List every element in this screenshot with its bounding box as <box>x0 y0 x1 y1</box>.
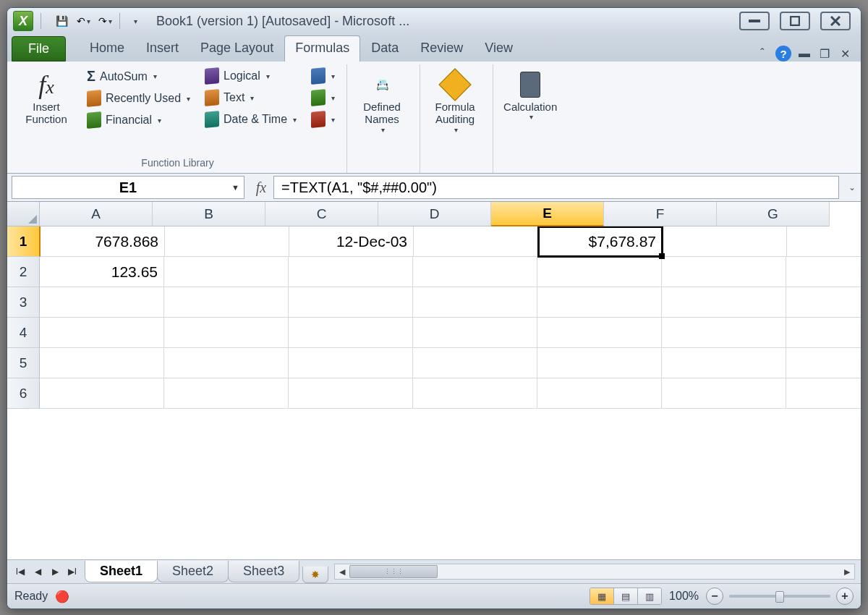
column-header-b[interactable]: B <box>153 202 265 226</box>
workbook-minimize-button[interactable]: ▬ <box>797 46 812 61</box>
row-header-2[interactable]: 2 <box>7 257 40 287</box>
help-icon[interactable]: ? <box>775 46 791 62</box>
tab-formulas[interactable]: Formulas <box>284 35 360 62</box>
formula-auditing-button[interactable]: Formula Auditing ▾ <box>425 66 485 137</box>
chevron-down-icon[interactable]: ▾ <box>331 94 335 102</box>
financial-button[interactable]: Financial▾ <box>82 110 195 130</box>
tab-review[interactable]: Review <box>409 35 474 62</box>
zoom-thumb[interactable] <box>775 591 784 603</box>
file-tab[interactable]: File <box>12 36 66 62</box>
cell-f1[interactable] <box>663 226 787 257</box>
row-header-6[interactable]: 6 <box>7 378 40 409</box>
cell-e2[interactable] <box>537 257 662 287</box>
cell-b6[interactable] <box>164 378 289 409</box>
cell-g1[interactable] <box>787 226 861 257</box>
chevron-down-icon[interactable]: ▾ <box>187 95 190 103</box>
cell-d6[interactable] <box>413 378 537 409</box>
workbook-restore-button[interactable]: ❐ <box>817 46 832 61</box>
cell-a5[interactable] <box>40 348 164 378</box>
scroll-track[interactable]: ⋮⋮⋮ <box>349 564 840 579</box>
cell-e3[interactable] <box>537 287 662 318</box>
chevron-down-icon[interactable]: ▾ <box>250 94 254 102</box>
column-header-d[interactable]: D <box>378 202 491 226</box>
tab-data[interactable]: Data <box>360 35 409 62</box>
cell-d1[interactable] <box>414 226 538 257</box>
cell-a3[interactable] <box>40 287 164 318</box>
select-all-corner[interactable] <box>7 202 40 226</box>
row-header-4[interactable]: 4 <box>7 318 40 348</box>
zoom-level[interactable]: 100% <box>669 590 699 603</box>
cell-d4[interactable] <box>413 318 537 348</box>
calculation-button[interactable]: Calculation ▾ <box>498 66 563 124</box>
row-header-5[interactable]: 5 <box>7 348 40 378</box>
chevron-down-icon[interactable]: ▾ <box>158 116 161 124</box>
scroll-thumb[interactable]: ⋮⋮⋮ <box>349 565 438 578</box>
cell-g5[interactable] <box>786 348 861 378</box>
new-sheet-button[interactable]: ✸ <box>302 567 328 583</box>
chevron-down-icon[interactable]: ▾ <box>266 72 270 80</box>
column-header-f[interactable]: F <box>604 202 717 226</box>
sheet-tab-3[interactable]: Sheet3 <box>228 561 299 582</box>
recently-used-button[interactable]: Recently Used▾ <box>82 88 195 109</box>
tab-home[interactable]: Home <box>79 35 135 62</box>
cell-g6[interactable] <box>786 378 861 409</box>
cell-a4[interactable] <box>40 318 164 348</box>
cell-f3[interactable] <box>662 287 786 318</box>
sheet-tab-2[interactable]: Sheet2 <box>157 561 229 582</box>
cell-g2[interactable] <box>786 257 861 287</box>
cell-d2[interactable] <box>413 257 537 287</box>
date-time-button[interactable]: Date & Time▾ <box>200 109 301 130</box>
chevron-down-icon[interactable]: ▾ <box>529 113 533 121</box>
cell-c6[interactable] <box>289 378 413 409</box>
zoom-out-button[interactable]: − <box>706 588 723 605</box>
tab-page-layout[interactable]: Page Layout <box>190 35 284 62</box>
tab-view[interactable]: View <box>474 35 524 62</box>
maximize-button[interactable] <box>780 12 810 30</box>
cell-a2[interactable]: 123.65 <box>40 257 164 287</box>
minimize-button[interactable] <box>739 12 770 30</box>
workbook-close-button[interactable]: ✕ <box>838 46 852 61</box>
expand-formula-bar-button[interactable]: ⌄ <box>843 182 861 192</box>
cell-a6[interactable] <box>40 378 164 409</box>
last-sheet-button[interactable]: ▶I <box>64 564 81 580</box>
chevron-down-icon[interactable]: ▾ <box>153 72 157 80</box>
horizontal-scrollbar[interactable]: ◀ ⋮⋮⋮ ▶ <box>334 564 855 580</box>
scroll-right-button[interactable]: ▶ <box>840 567 854 577</box>
insert-function-button[interactable]: fx Insert Function <box>16 66 77 129</box>
next-sheet-button[interactable]: ▶ <box>46 564 64 580</box>
cell-b1[interactable] <box>165 226 289 257</box>
redo-button[interactable]: ↷▾ <box>95 12 115 30</box>
column-header-g[interactable]: G <box>717 202 830 226</box>
chevron-down-icon[interactable]: ▾ <box>331 116 335 124</box>
cell-g4[interactable] <box>786 318 861 348</box>
first-sheet-button[interactable]: I◀ <box>12 564 29 580</box>
chevron-down-icon[interactable]: ▾ <box>87 17 90 25</box>
chevron-down-icon[interactable]: ▾ <box>454 126 458 134</box>
cell-f4[interactable] <box>662 318 786 348</box>
macro-record-icon[interactable]: 🔴 <box>55 590 69 603</box>
page-break-view-button[interactable]: ▥ <box>637 588 661 604</box>
cell-e5[interactable] <box>537 348 662 378</box>
normal-view-button[interactable]: ▦ <box>590 588 613 604</box>
row-header-3[interactable]: 3 <box>7 287 40 318</box>
autosum-button[interactable]: ΣAutoSum▾ <box>82 66 195 87</box>
cell-c2[interactable] <box>289 257 413 287</box>
cell-d3[interactable] <box>413 287 537 318</box>
zoom-track[interactable] <box>729 595 830 598</box>
scroll-left-button[interactable]: ◀ <box>335 567 349 577</box>
column-header-c[interactable]: C <box>265 202 378 226</box>
prev-sheet-button[interactable]: ◀ <box>29 564 46 580</box>
cell-b5[interactable] <box>164 348 289 378</box>
tab-insert[interactable]: Insert <box>135 35 190 62</box>
cell-e1[interactable]: $7,678.87 <box>538 226 663 257</box>
math-trig-button[interactable]: ▾ <box>307 88 339 108</box>
column-header-e[interactable]: E <box>491 202 604 226</box>
cell-c3[interactable] <box>289 287 413 318</box>
cell-e6[interactable] <box>537 378 662 409</box>
name-box[interactable]: E1 ▼ <box>12 176 244 199</box>
minimize-ribbon-button[interactable]: ˆ <box>755 46 770 61</box>
close-button[interactable] <box>820 12 851 30</box>
save-button[interactable]: 💾 <box>51 12 72 30</box>
cell-f2[interactable] <box>662 257 786 287</box>
lookup-reference-button[interactable]: ▾ <box>307 66 339 86</box>
